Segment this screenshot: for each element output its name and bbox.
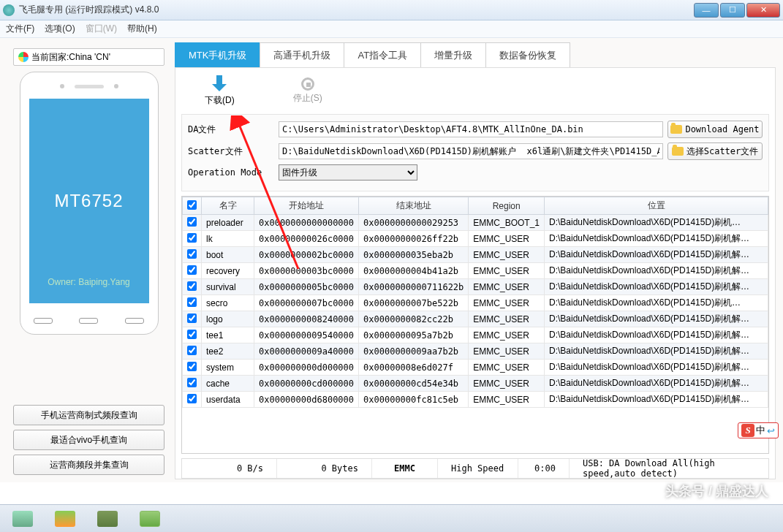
download-agent-button[interactable]: Download Agent xyxy=(667,121,763,138)
row-checkbox[interactable] xyxy=(187,346,197,355)
table-row[interactable]: survival0x0000000005bc00000x000000000071… xyxy=(183,279,768,295)
table-row[interactable]: tee20x0000000009a400000x0000000009aa7b2b… xyxy=(183,343,768,360)
cell-region: EMMC_USER xyxy=(469,392,545,408)
cell-end: 0x00000000cd54e34b xyxy=(359,376,469,392)
cell-end: 0x00000000fc81c5eb xyxy=(359,392,469,408)
table-row[interactable]: recovery0x0000000003bc00000x0000000004b4… xyxy=(183,263,768,279)
download-button[interactable]: 下载(D) xyxy=(205,75,235,107)
carrier-band-query-button[interactable]: 手机运营商制式频段查询 xyxy=(13,405,164,425)
close-button[interactable]: ✕ xyxy=(746,3,780,18)
maximize-button[interactable]: ☐ xyxy=(720,3,745,18)
menubar: 文件(F) 选项(O) 窗囗(W) 帮助(H) xyxy=(0,20,783,38)
cell-name: tee1 xyxy=(202,327,254,343)
folder-icon xyxy=(672,147,684,156)
task-app-3[interactable] xyxy=(88,508,127,530)
table-row[interactable]: cache0x00000000cd0000000x00000000cd54e34… xyxy=(183,376,768,392)
cell-region: EMMC_USER xyxy=(469,263,545,279)
header-name[interactable]: 名字 xyxy=(202,197,254,215)
menu-window[interactable]: 窗囗(W) xyxy=(86,23,117,35)
tab-mtk-upgrade[interactable]: MTK手机升级 xyxy=(175,42,260,67)
cell-end: 0x0000000004b41a2b xyxy=(359,263,469,279)
tab-at-tool[interactable]: AT指令工具 xyxy=(344,42,421,67)
cell-end: 0x00000000026ff22b xyxy=(359,231,469,247)
globe-icon xyxy=(18,52,29,62)
task-app-2[interactable] xyxy=(45,508,85,530)
cell-position: D:\BaiduNetdiskDownload\X6D(PD1415D)刷机解… xyxy=(545,360,768,376)
cell-position: D:\BaiduNetdiskDownload\X6D(PD1415D)刷机解… xyxy=(545,279,768,295)
cell-name: preloader xyxy=(202,215,254,231)
header-checkbox[interactable] xyxy=(183,197,202,215)
tab-qualcomm-upgrade[interactable]: 高通手机升级 xyxy=(260,42,344,67)
row-checkbox[interactable] xyxy=(187,265,197,275)
header-start[interactable]: 开始地址 xyxy=(254,197,359,215)
row-checkbox[interactable] xyxy=(187,297,197,307)
table-row[interactable]: userdata0x00000000d68000000x00000000fc81… xyxy=(183,392,768,408)
row-checkbox[interactable] xyxy=(187,314,197,323)
header-region[interactable]: Region xyxy=(469,197,545,215)
cell-position: D:\BaiduNetdiskDownload\X6D(PD1415D)刷机解… xyxy=(545,343,768,360)
row-checkbox[interactable] xyxy=(187,249,197,259)
band-union-query-button[interactable]: 运营商频段并集查询 xyxy=(13,455,164,475)
cell-region: EMMC_USER xyxy=(469,231,545,247)
cell-position: D:\BaiduNetdiskDownload\X6D(PD1415D)刷机解… xyxy=(545,231,768,247)
table-row[interactable]: tee10x00000000095400000x0000000095a7b2bE… xyxy=(183,327,768,343)
choose-scatter-button[interactable]: 选择Scatter文件 xyxy=(667,142,763,160)
row-checkbox[interactable] xyxy=(187,362,197,371)
window-title: 飞毛腿专用 (运行时跟踪模式) v4.8.0 xyxy=(19,4,692,16)
task-app-4[interactable] xyxy=(130,508,170,530)
cell-position: D:\BaiduNetdiskDownload\X6D(PD1415D)刷机解… xyxy=(545,247,768,263)
right-panel: MTK手机升级 高通手机升级 AT指令工具 增量升级 数据备份恢复 下载(D) … xyxy=(172,38,783,482)
cell-start: 0x00000000026c0000 xyxy=(254,231,359,247)
cell-end: 0x0000000000711622b xyxy=(359,279,469,295)
cell-end: 0x0000000082cc22b xyxy=(359,311,469,327)
cell-start: 0x00000000d6800000 xyxy=(254,392,359,408)
stop-button[interactable]: 停止(S) xyxy=(293,77,322,104)
vivo-query-button[interactable]: 最适合vivo手机查询 xyxy=(13,430,164,450)
operation-mode-label: Operation Mode xyxy=(188,167,274,178)
cell-position: D:\BaiduNetdiskDownload\X6D(PD1415D)刷机解… xyxy=(545,392,768,408)
cell-end: 0x0000000035eba2b xyxy=(359,247,469,263)
cell-position: D:\BaiduNetdiskDownload\X6D(PD1415D)刷机解… xyxy=(545,263,768,279)
da-file-label: DA文件 xyxy=(188,123,274,136)
row-checkbox[interactable] xyxy=(187,378,197,387)
table-row[interactable]: preloader0x00000000000000000x00000000000… xyxy=(183,215,768,231)
table-row[interactable]: logo0x00000000082400000x0000000082cc22bE… xyxy=(183,311,768,327)
row-checkbox[interactable] xyxy=(187,394,197,403)
cell-start: 0x000000000d000000 xyxy=(254,360,359,376)
row-checkbox[interactable] xyxy=(187,217,197,227)
status-bar: 0 B/s 0 Bytes EMMC High Speed 0:00 USB: … xyxy=(181,458,769,479)
menu-file[interactable]: 文件(F) xyxy=(6,23,34,35)
tab-delta-upgrade[interactable]: 增量升级 xyxy=(420,42,486,67)
phone-model: MT6752 xyxy=(54,191,123,211)
menu-help[interactable]: 帮助(H) xyxy=(127,23,157,35)
scatter-file-input[interactable] xyxy=(279,143,663,159)
tabbar: MTK手机升级 高通手机升级 AT指令工具 增量升级 数据备份恢复 xyxy=(175,42,776,67)
cell-name: survival xyxy=(202,279,254,295)
table-row[interactable]: secro0x0000000007bc00000x0000000007be522… xyxy=(183,295,768,311)
cell-region: EMMC_USER xyxy=(469,376,545,392)
cell-start: 0x0000000007bc0000 xyxy=(254,295,359,311)
cell-region: EMMC_USER xyxy=(469,295,545,311)
status-rate: 0 B/s xyxy=(182,459,277,478)
table-row[interactable]: lk0x00000000026c00000x00000000026ff22bEM… xyxy=(183,231,768,247)
row-checkbox[interactable] xyxy=(187,281,197,291)
table-row[interactable]: boot0x0000000002bc00000x0000000035eba2bE… xyxy=(183,247,768,263)
cell-name: lk xyxy=(202,231,254,247)
header-position[interactable]: 位置 xyxy=(545,197,768,215)
task-app-1[interactable] xyxy=(3,508,42,530)
toolbar: 下载(D) 停止(S) xyxy=(175,72,775,114)
minimize-button[interactable]: — xyxy=(694,3,719,18)
menu-options[interactable]: 选项(O) xyxy=(45,23,75,35)
cell-end: 0x0000000007be522b xyxy=(359,295,469,311)
da-file-input[interactable] xyxy=(279,121,663,137)
operation-mode-select[interactable]: 固件升级 xyxy=(279,164,417,180)
header-end[interactable]: 结束地址 xyxy=(359,197,469,215)
tab-backup-restore[interactable]: 数据备份恢复 xyxy=(485,42,570,67)
country-indicator[interactable]: 当前国家:China 'CN' xyxy=(13,48,164,66)
ime-badge[interactable]: S 中 ↩ xyxy=(738,422,779,438)
partition-table: 名字 开始地址 结束地址 Region 位置 preloader0x000000… xyxy=(181,196,769,454)
table-row[interactable]: system0x000000000d0000000x00000008e6d027… xyxy=(183,360,768,376)
row-checkbox[interactable] xyxy=(187,233,197,243)
row-checkbox[interactable] xyxy=(187,330,197,339)
cell-name: userdata xyxy=(202,392,254,408)
